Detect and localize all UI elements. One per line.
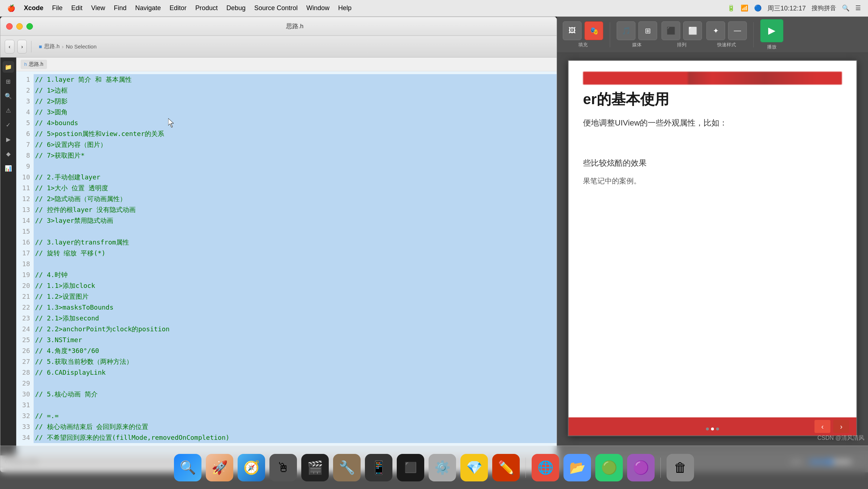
menu-product[interactable]: Product xyxy=(195,4,218,12)
play-section: ▶ 播放 xyxy=(760,19,783,50)
menu-window[interactable]: Window xyxy=(306,4,329,12)
code-line-21: // 1.2>设置图片 xyxy=(34,291,557,302)
ime-label: 搜狗拼音 xyxy=(812,4,836,12)
file-type-icon: h xyxy=(24,61,27,67)
dock-trash[interactable]: 🗑 xyxy=(667,454,694,481)
code-line-7: // 6>设置内容（图片） xyxy=(34,139,557,150)
close-button[interactable] xyxy=(6,23,13,30)
menu-editor[interactable]: Editor xyxy=(170,4,187,12)
menu-edit[interactable]: Edit xyxy=(71,4,82,12)
nav-find[interactable]: 🔍 xyxy=(3,90,14,102)
dock-app-purple[interactable]: 🟣 xyxy=(627,454,655,481)
minimize-button[interactable] xyxy=(16,23,23,30)
slide-prev-button[interactable]: ‹ xyxy=(814,420,830,433)
play-button[interactable]: ▶ xyxy=(760,19,783,42)
menu-source-control[interactable]: Source Control xyxy=(254,4,298,12)
dock-video[interactable]: 🎬 xyxy=(301,454,329,481)
menu-debug[interactable]: Debug xyxy=(226,4,246,12)
code-line-19: // 4.时钟 xyxy=(34,269,557,280)
xcode-main: 📁 ⊞ 🔍 ⚠ ✓ ▶ ◆ 📊 h 思路.h 12345 678910 xyxy=(0,58,557,455)
dot-2 xyxy=(711,428,714,430)
navigator-sidebar: 📁 ⊞ 🔍 ⚠ ✓ ▶ ◆ 📊 xyxy=(0,58,16,455)
keynote-panel: 🖼 🎭 填充 🎵 ⊞ 媒体 ⬛ ⬜ 排列 ✦ — 快速样式 xyxy=(557,17,868,472)
nav-tests[interactable]: ✓ xyxy=(3,119,14,131)
menu-icon[interactable]: ☰ xyxy=(855,4,861,12)
system-prefs-icon: ⚙️ xyxy=(434,460,451,475)
breadcrumb-file[interactable]: 思路.h xyxy=(44,43,60,50)
code-line-29 xyxy=(34,378,557,389)
nav-issues[interactable]: ⚠ xyxy=(3,105,14,116)
menu-file[interactable]: File xyxy=(52,4,63,12)
apple-menu[interactable]: 🍎 xyxy=(7,4,15,12)
code-line-6: // 5>postion属性和view.center的关系 xyxy=(34,128,557,139)
quick-style-btn[interactable]: ✦ xyxy=(706,21,725,40)
menu-view[interactable]: View xyxy=(91,4,105,12)
image-tool-btn[interactable]: 🖼 xyxy=(563,21,582,40)
green-app-icon: 🟢 xyxy=(601,460,617,475)
battery-icon: 🔋 xyxy=(727,4,735,12)
code-line-23: // 2.1>添加second xyxy=(34,313,557,324)
dock-tools[interactable]: 🔧 xyxy=(333,454,361,481)
sketch-icon: 💎 xyxy=(466,460,482,475)
dock-separator xyxy=(526,458,526,478)
dock-finder[interactable]: 🔍 xyxy=(174,454,201,481)
dock-pencil[interactable]: ✏️ xyxy=(492,454,520,481)
dock-files[interactable]: 📂 xyxy=(563,454,591,481)
dock-safari[interactable]: 🧭 xyxy=(238,454,265,481)
quick-style-label: 快速样式 xyxy=(717,42,736,48)
dock-terminal[interactable]: ⬛ xyxy=(397,454,424,481)
window-title: 思路.h xyxy=(39,22,551,30)
code-line-18 xyxy=(34,259,557,269)
style2-btn[interactable]: ⬜ xyxy=(683,21,702,40)
launchpad-icon: 🚀 xyxy=(212,460,228,475)
code-content[interactable]: 12345 678910 1112131415 1617181920 21222… xyxy=(16,71,557,455)
arrange-btn[interactable]: ⬛ xyxy=(661,21,680,40)
menu-xcode[interactable]: Xcode xyxy=(24,4,43,12)
safari-icon: 🧭 xyxy=(243,460,260,475)
slide-next-button[interactable]: › xyxy=(833,420,849,433)
media-section: 🎵 ⊞ 媒体 xyxy=(617,21,657,48)
browser-icon: 🌐 xyxy=(537,460,554,475)
dock-mouse[interactable]: 🖱 xyxy=(269,454,297,481)
forward-button[interactable]: › xyxy=(17,40,27,54)
menu-help[interactable]: Help xyxy=(338,4,352,12)
dock-iphone[interactable]: 📱 xyxy=(365,454,392,481)
terminal-icon: ⬛ xyxy=(404,462,417,473)
back-button[interactable]: ‹ xyxy=(5,40,14,54)
code-line-3: // 2>阴影 xyxy=(34,96,557,107)
dock-system-prefs[interactable]: ⚙️ xyxy=(429,454,456,481)
nav-debug[interactable]: ▶ xyxy=(3,133,14,145)
slide-frame[interactable]: er的基本使用 便地调整UIView的一些外观属性，比如： 些比较炫酷的效果 果… xyxy=(568,60,857,436)
maximize-button[interactable] xyxy=(26,23,33,30)
file-tab[interactable]: h 思路.h xyxy=(21,60,47,69)
watermark: CSDN @清风清风 xyxy=(817,434,864,442)
dock-launchpad[interactable]: 🚀 xyxy=(206,454,233,481)
nav-project[interactable]: 📁 xyxy=(3,61,14,73)
style-tool-btn[interactable]: 🎭 xyxy=(584,21,603,40)
code-line-5: // 4>bounds xyxy=(34,118,557,128)
dock-app-green[interactable]: 🟢 xyxy=(595,454,623,481)
code-line-17: // 旋转 缩放 平移(*) xyxy=(34,248,557,259)
code-line-8: // 7>获取图片* xyxy=(34,150,557,161)
iphone-icon: 📱 xyxy=(371,460,387,475)
menu-navigate[interactable]: Navigate xyxy=(135,4,161,12)
search-icon[interactable]: 🔍 xyxy=(842,4,850,12)
slide-content: er的基本使用 便地调整UIView的一些外观属性，比如： 些比较炫酷的效果 果… xyxy=(569,61,856,435)
media-btn[interactable]: 🎵 xyxy=(617,21,635,40)
sort-btn[interactable]: ⊞ xyxy=(638,21,657,40)
menu-find[interactable]: Find xyxy=(114,4,127,12)
code-line-14: // 3>layer禁用隐式动画 xyxy=(34,215,557,226)
dock-browser-red[interactable]: 🌐 xyxy=(532,454,559,481)
line-btn[interactable]: — xyxy=(728,21,747,40)
finder-icon: 🔍 xyxy=(180,460,196,475)
nav-breakpoints[interactable]: ◆ xyxy=(3,148,14,160)
nav-symbols[interactable]: ⊞ xyxy=(3,76,14,87)
code-line-10: // 2.手动创建layer xyxy=(34,172,557,183)
window-title-bar: 思路.h xyxy=(0,17,557,36)
code-line-33: // 核心动画结束后 会回到原来的位置 xyxy=(34,421,557,432)
play-label: 播放 xyxy=(767,44,776,50)
nav-reports[interactable]: 📊 xyxy=(3,162,14,174)
xcode-window: 思路.h ‹ › ■ 思路.h › No Selection 📁 ⊞ 🔍 ⚠ ✓… xyxy=(0,17,557,472)
sort-label: 排列 xyxy=(677,42,686,48)
dock-sketch[interactable]: 💎 xyxy=(460,454,488,481)
